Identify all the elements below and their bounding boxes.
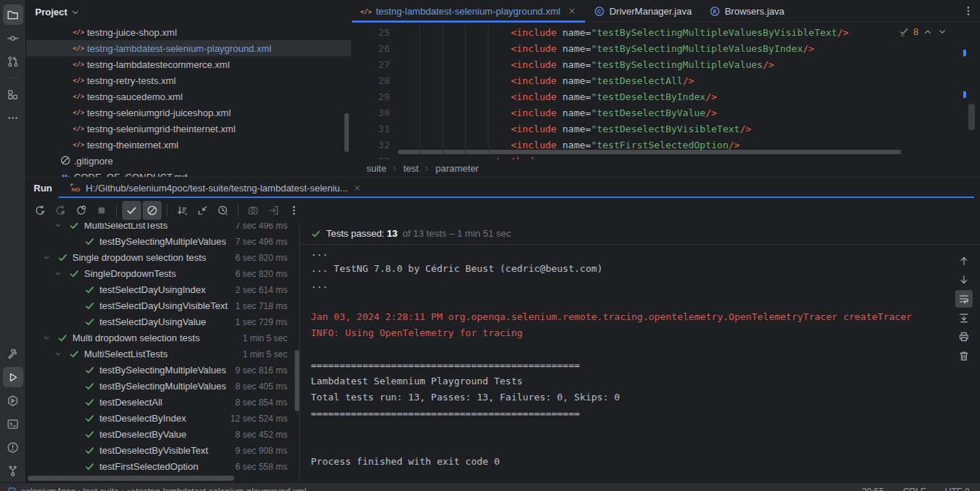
sort-by-duration-button[interactable] bbox=[173, 201, 192, 220]
console-line bbox=[301, 438, 980, 454]
stripe-button-services[interactable] bbox=[3, 390, 23, 411]
close-icon[interactable] bbox=[353, 184, 361, 192]
vcs-change-mark[interactable] bbox=[963, 91, 966, 98]
code-line: <include name="testDeselectByValue/> bbox=[396, 105, 717, 121]
soft-wrap-button[interactable] bbox=[955, 290, 973, 308]
project-file-testng-saucedemo-xml[interactable]: </>testng-saucedemo.xml bbox=[26, 88, 351, 104]
test-tree-row[interactable]: testDeselectByIndex12 sec 524 ms bbox=[26, 411, 299, 427]
test-tree-row[interactable]: testBySelectingMultipleValues7 sec 496 m… bbox=[26, 234, 299, 250]
test-tree-row[interactable]: Multi dropdown selection tests1 min 5 se… bbox=[26, 330, 299, 346]
stripe-button-terminal[interactable] bbox=[3, 414, 23, 434]
stripe-button-version-control[interactable] bbox=[3, 51, 23, 72]
collapse-all-button[interactable] bbox=[193, 201, 212, 220]
testng-icon: NG bbox=[69, 183, 80, 194]
stripe-button-problems[interactable] bbox=[3, 437, 23, 457]
show-ignored-button[interactable] bbox=[143, 201, 162, 220]
stripe-button-project[interactable] bbox=[3, 4, 23, 25]
trash-icon bbox=[958, 350, 970, 362]
project-file-testng-seleniumgrid-juiceshop-xml[interactable]: </>testng-seleniumgrid-juiceshop.xml bbox=[26, 104, 351, 121]
nav-item-testng-lambdatest-selenium-playground-xml[interactable]: testng-lambdatest-selenium-playground.xm… bbox=[136, 487, 306, 491]
editor-tab-testng-lambdatest-selenium-playground-xml[interactable]: </>testng-lambdatest-selenium-playground… bbox=[352, 0, 585, 22]
test-tree-row[interactable]: testBySelectingMultipleValues8 sec 405 m… bbox=[26, 378, 299, 395]
expanded-chevron-icon[interactable] bbox=[42, 254, 50, 262]
test-duration: 1 sec 729 ms bbox=[235, 317, 287, 327]
project-panel: Project </>testng-juice-shop.xml</>testn… bbox=[26, 0, 351, 177]
test-tree-row[interactable]: testDeselectByVisibleText9 sec 908 ms bbox=[26, 443, 299, 459]
project-file-code-of-conduct-md[interactable]: MCODE_OF_CONDUCT.md bbox=[26, 169, 351, 177]
test-history-button[interactable] bbox=[214, 201, 233, 220]
line-separator[interactable]: CRLF bbox=[903, 487, 926, 491]
project-panel-header[interactable]: Project bbox=[26, 0, 351, 24]
test-name: MultiSelectListTests bbox=[84, 349, 167, 359]
run-console: Tests passed: 13 of 13 tests – 1 min 51 … bbox=[301, 223, 980, 482]
breadcrumb-item-test[interactable]: test bbox=[400, 163, 421, 174]
line-number: 32 bbox=[352, 137, 390, 153]
screenshot-button[interactable] bbox=[244, 201, 263, 220]
navigation-bar[interactable]: selenium4poc › test-suite › </>testng-la… bbox=[21, 487, 306, 491]
tree-vertical-scrollbar[interactable] bbox=[295, 350, 299, 411]
expanded-chevron-icon[interactable] bbox=[54, 223, 62, 229]
code-editor[interactable]: 8 25 <include name="testBySelectingMulti… bbox=[352, 23, 980, 159]
project-scrollbar[interactable] bbox=[344, 113, 349, 152]
nav-item-selenium4poc[interactable]: selenium4poc bbox=[21, 487, 75, 491]
export-test-results-button[interactable] bbox=[264, 201, 283, 220]
toggle-auto-test-button[interactable] bbox=[72, 201, 91, 220]
caret-position[interactable]: 30:55 bbox=[862, 487, 884, 491]
test-tree-row[interactable]: SingleDropdownTests6 sec 820 ms bbox=[26, 266, 299, 282]
test-tree-row[interactable]: testSelectDayUsingValue1 sec 729 ms bbox=[26, 314, 299, 330]
nav-item-test-suite[interactable]: test-suite bbox=[83, 487, 119, 491]
console-output[interactable]: ...... TestNG 7.8.0 by Cédric Beust (ced… bbox=[301, 245, 980, 470]
run-configuration-tab[interactable]: NG H:/Github/selenium4poc/test-suite/tes… bbox=[62, 178, 368, 198]
editor-vertical-scrollbar[interactable] bbox=[968, 104, 975, 130]
close-icon[interactable] bbox=[568, 7, 576, 15]
clear-all-button[interactable] bbox=[955, 347, 973, 365]
expanded-chevron-icon[interactable] bbox=[42, 334, 50, 342]
stop-button[interactable] bbox=[92, 201, 111, 220]
stripe-button-structure[interactable] bbox=[3, 84, 23, 104]
print-button[interactable] bbox=[955, 328, 973, 346]
test-tree-row[interactable]: MultiSelectListTests1 min 5 sec bbox=[26, 346, 299, 362]
editor-tab-browsers-java[interactable]: EBrowsers.java bbox=[701, 0, 794, 22]
more-options-button[interactable] bbox=[284, 201, 304, 220]
tab-label: testng-lambdatest-selenium-playground.xm… bbox=[376, 6, 560, 17]
tree-horizontal-scrollbar[interactable] bbox=[28, 476, 234, 481]
down-the-stack-trace-button[interactable] bbox=[955, 271, 973, 289]
stripe-button-commit[interactable] bbox=[3, 28, 23, 48]
project-file-testng-juice-shop-xml[interactable]: </>testng-juice-shop.xml bbox=[26, 24, 351, 40]
stripe-button-version-control-alt[interactable] bbox=[3, 460, 23, 481]
scroll-to-end-button[interactable] bbox=[955, 309, 973, 327]
project-file--gitignore[interactable]: .gitignore bbox=[26, 153, 351, 169]
expanded-chevron-icon[interactable] bbox=[54, 270, 62, 278]
vcs-change-mark[interactable] bbox=[963, 50, 966, 56]
file-encoding[interactable]: UTF-8 bbox=[945, 487, 970, 491]
editor-tab-drivermanager-java[interactable]: CDriverManager.java bbox=[585, 0, 701, 22]
inspections-widget[interactable]: 8 bbox=[899, 26, 948, 37]
stripe-button-run[interactable] bbox=[3, 367, 23, 387]
project-file-testng-seleniumgrid-theinternet-xml[interactable]: </>testng-seleniumgrid-theinternet.xml bbox=[26, 121, 351, 137]
test-passed-icon bbox=[69, 223, 80, 231]
up-the-stack-trace-button[interactable] bbox=[955, 252, 973, 270]
show-passed-button[interactable] bbox=[122, 201, 141, 220]
rerun-button[interactable] bbox=[31, 201, 50, 220]
test-tree-row[interactable]: testFirstSelectedOption6 sec 558 ms bbox=[26, 459, 299, 475]
project-file-testng-lambdatest-selenium-playground-xml[interactable]: </>testng-lambdatest-selenium-playground… bbox=[26, 40, 351, 56]
stripe-button-build[interactable] bbox=[3, 343, 23, 364]
breadcrumb-item-parameter[interactable]: parameter bbox=[432, 163, 481, 174]
test-tree-row[interactable]: testBySelectingMultipleValues9 sec 816 m… bbox=[26, 362, 299, 378]
test-tree-row[interactable]: testSelectDayUsingIndex2 sec 614 ms bbox=[26, 282, 299, 298]
project-file-testng-lambdatestecommerce-xml[interactable]: </>testng-lambdatestecommerce.xml bbox=[26, 56, 351, 72]
project-file-testng-retry-tests-xml[interactable]: </>testng-retry-tests.xml bbox=[26, 72, 351, 88]
test-tree-row[interactable]: testDeselectByValue8 sec 452 ms bbox=[26, 427, 299, 443]
breadcrumb-item-suite[interactable]: suite bbox=[363, 163, 389, 174]
editor-tab-options-kebab-icon[interactable] bbox=[962, 5, 974, 17]
rerun-failed-tests-button[interactable] bbox=[51, 201, 70, 220]
expanded-chevron-icon[interactable] bbox=[54, 350, 62, 358]
test-tree-row[interactable]: testSelectDayUsingVisibleText1 sec 718 m… bbox=[26, 298, 299, 314]
test-tree-row[interactable]: testDeselectAll8 sec 854 ms bbox=[26, 395, 299, 411]
previous-highlight-icon[interactable] bbox=[922, 26, 933, 37]
test-tree-row[interactable]: MultiSelectListTests7 sec 496 ms bbox=[26, 223, 299, 234]
next-highlight-icon[interactable] bbox=[937, 26, 948, 37]
stripe-button-more-tool-windows[interactable] bbox=[3, 107, 23, 128]
test-tree-row[interactable]: Single dropdown selection tests6 sec 820… bbox=[26, 250, 299, 266]
project-file-testng-theinternet-xml[interactable]: </>testng-theinternet.xml bbox=[26, 137, 351, 153]
